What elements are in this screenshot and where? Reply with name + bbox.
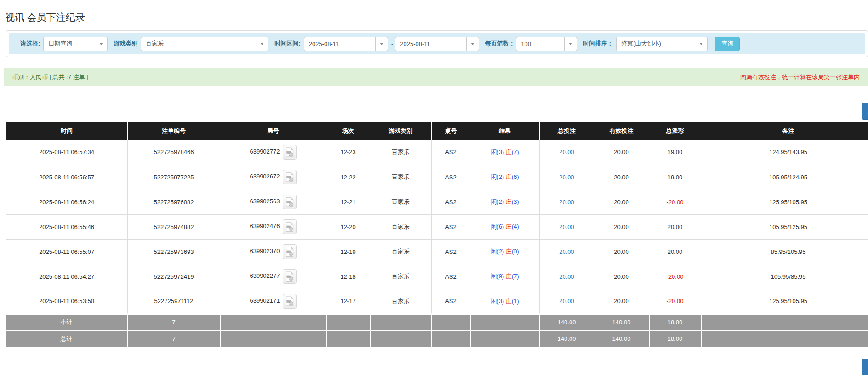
total-bet-link[interactable]: 20.00 — [559, 224, 574, 230]
footer-cell — [470, 330, 540, 347]
page-size-select[interactable]: 100 — [516, 37, 577, 51]
cell-table-number: AS2 — [432, 264, 470, 289]
video-replay-button[interactable] — [283, 294, 297, 309]
cell-total-bet: 20.00 — [540, 289, 594, 314]
result-banker-points: (3) — [512, 198, 519, 205]
cell-note: 105.95/85.95 — [701, 264, 868, 289]
cell-game-type: 百家乐 — [370, 214, 432, 239]
cell-round-number: 639902772 — [220, 140, 326, 165]
total-bet-link[interactable]: 20.00 — [559, 199, 574, 206]
chevron-down-icon — [95, 37, 107, 51]
cell-valid-bet: 20.00 — [594, 289, 649, 314]
cell-payout: 20.00 — [649, 214, 701, 239]
footer-cell: 140.00 — [594, 330, 649, 347]
date-from-select[interactable]: 2025-08-11 — [304, 37, 388, 51]
video-replay-button[interactable] — [283, 170, 297, 184]
cell-round-number: 639902171 — [220, 289, 326, 314]
query-type-value: 日期查询 — [44, 37, 95, 51]
cell-table-number: AS2 — [432, 165, 470, 190]
records-footer: 小计7140.00140.0018.00总计7140.00140.0018.00 — [6, 314, 868, 347]
round-number: 639902563 — [250, 198, 280, 205]
page-size-value: 100 — [516, 37, 564, 51]
date-from-value: 2025-08-11 — [304, 37, 375, 51]
date-to-select[interactable]: 2025-08-11 — [395, 37, 479, 51]
round-number: 639902772 — [250, 148, 280, 155]
page-size-label: 每页笔数 : — [485, 40, 513, 48]
cell-time: 2025-08-11 06:55:46 — [6, 214, 128, 239]
cell-payout: -20.00 — [649, 289, 701, 314]
sort-order-select[interactable]: 降冪(由大到小) — [616, 37, 708, 51]
pagination-page-1-top[interactable]: 1 — [862, 103, 868, 120]
cell-payout: -20.00 — [649, 264, 701, 289]
result-banker-points: (0) — [512, 248, 519, 255]
chevron-down-icon — [695, 37, 707, 51]
result-banker: 庄 — [506, 248, 512, 255]
cell-result: 闲(3) 庄(7) — [470, 140, 540, 165]
total-bet-link[interactable]: 20.00 — [559, 174, 574, 181]
cell-note: 85.95/105.95 — [701, 239, 868, 264]
cell-bet-number: 522725977225 — [128, 165, 220, 190]
cell-round-number: 639902563 — [220, 190, 326, 214]
cell-payout: 20.00 — [649, 239, 701, 264]
result-banker: 庄 — [506, 149, 512, 155]
video-replay-button[interactable] — [283, 219, 297, 234]
result-banker: 庄 — [506, 173, 512, 180]
filter-bar: 请选择: 日期查询 游戏类别 百家乐 时间区间: 2025-08-11 ~ 20… — [9, 33, 865, 54]
table-row: 2025-08-11 06:56:24 522725976082 6399025… — [6, 190, 868, 214]
result-player: 闲(3) — [491, 298, 504, 305]
game-type-select[interactable]: 百家乐 — [141, 37, 268, 51]
cell-game-type: 百家乐 — [370, 264, 432, 289]
cell-table-number: AS2 — [432, 239, 470, 264]
footer-cell — [326, 330, 370, 347]
total-bet-link[interactable]: 20.00 — [559, 298, 574, 305]
footer-cell: 18.00 — [649, 314, 701, 330]
cell-table-number: AS2 — [432, 289, 470, 314]
chevron-down-icon — [256, 37, 268, 51]
cell-bet-number: 522725976082 — [128, 190, 220, 214]
query-type-select[interactable]: 日期查询 — [43, 37, 108, 51]
video-replay-button[interactable] — [283, 244, 297, 259]
total-bet-link[interactable]: 20.00 — [559, 273, 574, 280]
table-row: 2025-08-11 06:57:34 522725978466 6399027… — [6, 140, 868, 165]
cell-game-type: 百家乐 — [370, 165, 432, 190]
cell-total-bet: 20.00 — [540, 140, 594, 165]
pagination-page-1-bottom[interactable]: 1 — [862, 359, 868, 375]
cell-bet-number: 522725978466 — [128, 140, 220, 165]
cell-session: 12-23 — [326, 140, 370, 165]
summary-bar: 币别：人民币 | 总共 :7 注单 | 同局有效投注，统一计算在该局第一张注单内 — [4, 68, 868, 86]
table-row: 2025-08-11 06:56:57 522725977225 6399026… — [6, 165, 868, 190]
video-replay-button[interactable] — [283, 145, 297, 160]
search-button[interactable]: 查询 — [715, 37, 740, 51]
betting-records-table: 时间 注单编号 局号 场次 游戏类别 桌号 结果 总投注 有效投注 总派彩 备注… — [6, 122, 868, 347]
cell-session: 12-21 — [326, 190, 370, 214]
video-replay-button[interactable] — [283, 269, 297, 284]
footer-cell: 小计 — [6, 314, 128, 330]
footer-cell — [701, 314, 868, 330]
result-player: 闲(9) — [491, 273, 504, 280]
cell-game-type: 百家乐 — [370, 289, 432, 314]
footer-cell: 140.00 — [540, 314, 594, 330]
cell-payout: 19.00 — [649, 165, 701, 190]
footer-cell — [220, 314, 326, 330]
header-time: 时间 — [6, 122, 128, 140]
cell-valid-bet: 20.00 — [594, 239, 649, 264]
game-type-value: 百家乐 — [141, 37, 256, 51]
result-banker: 庄 — [506, 198, 512, 205]
total-bet-link[interactable]: 20.00 — [559, 248, 574, 255]
sort-order-value: 降冪(由大到小) — [617, 37, 695, 51]
total-bet-link[interactable]: 20.00 — [559, 149, 574, 155]
table-row: 2025-08-11 06:55:46 522725974882 6399024… — [6, 214, 868, 239]
page-title: 视讯 会员下注纪录 — [5, 11, 868, 24]
cell-total-bet: 20.00 — [540, 214, 594, 239]
cell-time: 2025-08-11 06:57:34 — [6, 140, 128, 165]
video-replay-button[interactable] — [283, 195, 297, 209]
cell-game-type: 百家乐 — [370, 239, 432, 264]
cell-table-number: AS2 — [432, 140, 470, 165]
cell-time: 2025-08-11 06:53:50 — [6, 289, 128, 314]
result-player: 闲(2) — [491, 173, 504, 180]
cell-note: 105.95/124.95 — [701, 165, 868, 190]
cell-total-bet: 20.00 — [540, 239, 594, 264]
cell-result: 闲(2) 庄(3) — [470, 190, 540, 214]
cell-result: 闲(2) 庄(6) — [470, 165, 540, 190]
cell-result: 闲(3) 庄(1) — [470, 289, 540, 314]
